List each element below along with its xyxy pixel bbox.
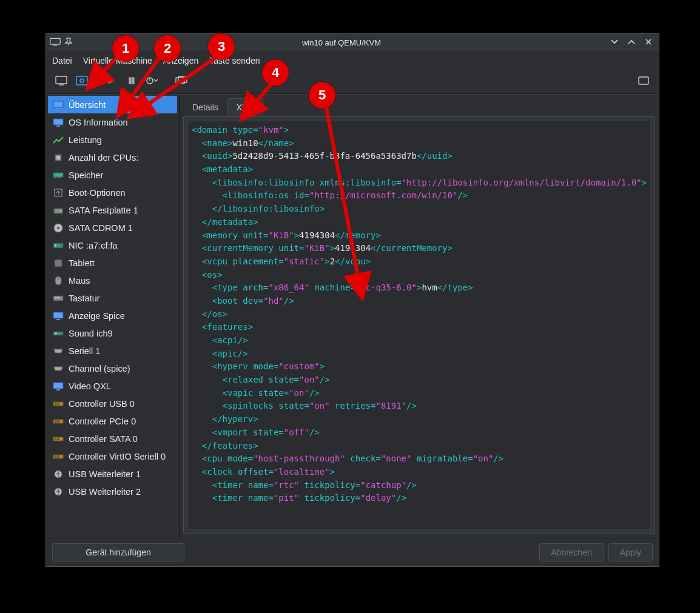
monitor-icon [53, 311, 64, 321]
svg-rect-34 [55, 297, 56, 298]
sidebar-item[interactable]: Leistung [48, 131, 177, 149]
maximize-button[interactable] [627, 38, 636, 48]
svg-rect-58 [58, 455, 59, 458]
xml-editor[interactable]: <domain type="kvm"> <name>win10</name> <… [187, 121, 651, 530]
svg-point-27 [57, 227, 59, 229]
svg-rect-7 [132, 78, 134, 84]
console-view-button[interactable] [52, 73, 70, 89]
svg-rect-14 [56, 108, 60, 109]
sidebar-item[interactable]: Übersicht [48, 96, 177, 113]
sidebar-item-label: Tastatur [69, 293, 100, 303]
sidebar-item[interactable]: Controller VirtIO Seriell 0 [48, 447, 177, 465]
usb-icon [53, 469, 64, 479]
sidebar-item[interactable]: SATA Festplatte 1 [48, 201, 177, 219]
svg-rect-20 [55, 177, 56, 178]
mem-icon [53, 170, 64, 180]
tab-xml[interactable]: XML [227, 98, 263, 116]
sidebar-item[interactable]: Boot-Optionen [48, 184, 177, 201]
sidebar-item-label: Leistung [69, 135, 102, 145]
menu-view[interactable]: Anzeigen [163, 56, 198, 65]
sidebar-item[interactable]: Sound ich9 [48, 324, 177, 342]
snapshots-button[interactable] [172, 73, 190, 89]
sidebar-item[interactable]: Tastatur [48, 289, 177, 307]
menu-sendkey[interactable]: Taste senden [209, 56, 260, 65]
svg-point-5 [80, 79, 84, 82]
menu-file[interactable]: Datei [52, 56, 72, 65]
shutdown-menu-button[interactable] [143, 73, 161, 89]
sidebar-item[interactable]: Controller USB 0 [48, 395, 177, 412]
sidebar-item-label: Controller SATA 0 [69, 434, 138, 444]
sidebar-item[interactable]: Maus [48, 272, 177, 289]
monitor-icon [53, 381, 64, 391]
sidebar-item[interactable]: Tablett [48, 254, 177, 272]
svg-rect-18 [56, 156, 60, 159]
svg-rect-42 [56, 389, 60, 390]
svg-point-25 [60, 210, 62, 212]
sidebar-item[interactable]: Controller SATA 0 [48, 430, 177, 447]
pause-button[interactable] [123, 73, 141, 89]
svg-rect-37 [53, 312, 63, 318]
sidebar-item-label: Channel (spice) [69, 364, 130, 373]
sidebar-item[interactable]: Speicher [48, 166, 177, 184]
usb-icon [53, 487, 64, 497]
sidebar-item[interactable]: Video QXL [48, 377, 177, 395]
sidebar-item-label: Sound ich9 [69, 329, 113, 338]
svg-rect-48 [55, 420, 56, 423]
menubar: Datei Virtuelle Maschine Anzeigen Taste … [46, 52, 659, 70]
cd-icon [53, 223, 64, 233]
sound-icon [53, 329, 64, 338]
sidebar-item[interactable]: USB Weiterleiter 1 [48, 465, 177, 483]
svg-rect-4 [76, 76, 87, 85]
svg-rect-29 [55, 244, 56, 247]
minimize-button[interactable] [610, 38, 619, 48]
sidebar-item[interactable]: Anzeige Spice [48, 307, 177, 324]
svg-rect-12 [639, 77, 648, 84]
sidebar-item[interactable]: SATA CDROM 1 [48, 219, 177, 236]
ctrl-icon [53, 452, 64, 461]
svg-rect-35 [56, 297, 58, 298]
disk-icon [53, 206, 64, 215]
cancel-button[interactable]: Abbrechen [539, 543, 604, 561]
nic-icon [53, 241, 64, 250]
svg-rect-36 [58, 297, 59, 298]
svg-rect-41 [53, 383, 63, 389]
sidebar-item-label: USB Weiterleiter 2 [69, 487, 141, 497]
sidebar-item-label: Tablett [69, 258, 95, 268]
sidebar-item-label: SATA Festplatte 1 [69, 206, 138, 215]
sidebar-item-label: Video QXL [69, 381, 111, 391]
sidebar-item[interactable]: Channel (spice) [48, 360, 177, 377]
sidebar-item[interactable]: NIC :a7:cf:fa [48, 236, 177, 254]
fullscreen-button[interactable] [634, 73, 653, 89]
pin-icon[interactable] [64, 38, 73, 48]
apply-button[interactable]: Apply [608, 543, 653, 561]
svg-rect-16 [56, 126, 60, 127]
boot-icon [53, 188, 64, 198]
add-hardware-button[interactable]: Gerät hinzufügen [52, 543, 184, 561]
sidebar-item[interactable]: Anzahl der CPUs: [48, 149, 177, 166]
svg-rect-2 [56, 76, 67, 84]
hardware-sidebar[interactable]: ÜbersichtOS InformationLeistungAnzahl de… [46, 95, 180, 538]
tab-details[interactable]: Details [183, 98, 227, 116]
sidebar-item-label: OS Information [69, 118, 128, 127]
svg-rect-54 [58, 438, 59, 440]
sidebar-item[interactable]: USB Weiterleiter 2 [48, 483, 177, 500]
close-button[interactable] [644, 38, 653, 48]
sidebar-item[interactable]: OS Information [48, 113, 177, 131]
app-icon [50, 38, 61, 48]
ctrl-icon [53, 434, 64, 444]
svg-rect-56 [55, 455, 56, 458]
menu-vm[interactable]: Virtuelle Maschine [83, 56, 152, 65]
serial-icon [53, 346, 64, 356]
monitor-icon [53, 118, 64, 127]
sidebar-item[interactable]: Seriell 1 [48, 342, 177, 360]
sidebar-item-label: Controller USB 0 [69, 399, 135, 409]
start-button[interactable] [102, 73, 120, 89]
svg-rect-19 [53, 173, 63, 177]
svg-rect-30 [55, 260, 62, 267]
sidebar-item-label: Controller VirtIO Seriell 0 [69, 452, 166, 461]
svg-rect-49 [56, 420, 58, 423]
details-view-button[interactable] [73, 73, 91, 89]
mouse-icon [53, 276, 64, 286]
chart-icon [53, 135, 64, 145]
sidebar-item[interactable]: Controller PCIe 0 [48, 412, 177, 430]
